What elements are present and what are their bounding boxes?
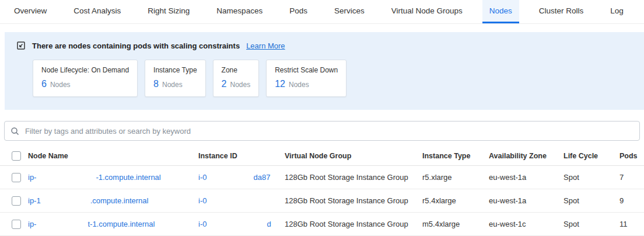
instance-id-link[interactable]: da87 — [253, 173, 270, 182]
tab-cost-analysis[interactable]: Cost Analysis — [66, 0, 128, 23]
tab-nodes[interactable]: Nodes — [482, 0, 519, 23]
table-row: ip-1.compute.internal i-0 128Gb Root Sto… — [0, 189, 644, 213]
select-all-checkbox[interactable] — [12, 151, 21, 161]
node-name-link[interactable]: ip-1 — [28, 196, 41, 205]
table-header-row: Node Name Instance ID Virtual Node Group… — [0, 146, 644, 166]
node-name-link[interactable]: -1.compute.internal — [96, 173, 160, 182]
instance-id-link[interactable]: i-0 — [198, 173, 206, 182]
column-header-virtual-node-group[interactable]: Virtual Node Group — [285, 152, 422, 160]
card-unit: Nodes — [289, 81, 309, 89]
column-header-instance-type[interactable]: Instance Type — [422, 152, 489, 160]
pods-cell: 7 — [620, 173, 644, 182]
table-row: ip-t-1.compute.internal i-0d 128Gb Root … — [0, 213, 644, 236]
card-title: Zone — [222, 66, 251, 74]
card-instance-type[interactable]: Instance Type 8 Nodes — [145, 60, 206, 97]
banner-message: There are nodes containing pods with sca… — [32, 41, 240, 50]
row-checkbox[interactable] — [12, 220, 21, 229]
row-checkbox[interactable] — [12, 173, 21, 182]
card-count: 2 — [222, 79, 227, 89]
column-header-availability-zone[interactable]: Availability Zone — [489, 152, 564, 160]
card-zone[interactable]: Zone 2 Nodes — [213, 60, 260, 97]
filter-bar[interactable] — [4, 121, 640, 141]
instance-id-link[interactable]: i-0 — [198, 220, 206, 228]
search-icon — [10, 127, 19, 136]
redacted-text — [36, 226, 88, 227]
column-header-life-cycle[interactable]: Life Cycle — [564, 152, 620, 160]
life-cycle-cell: Spot — [564, 220, 620, 228]
column-header-pods[interactable]: Pods — [620, 152, 644, 160]
card-title: Instance Type — [153, 66, 197, 74]
column-header-node-name[interactable]: Node Name — [28, 152, 198, 160]
card-unit: Nodes — [230, 81, 250, 89]
card-title: Restrict Scale Down — [275, 66, 338, 74]
pods-cell: 11 — [620, 220, 644, 228]
pods-cell: 9 — [620, 196, 644, 205]
tab-namespaces[interactable]: Namespaces — [209, 0, 270, 23]
tab-overview[interactable]: Overview — [7, 0, 54, 23]
card-unit: Nodes — [162, 81, 183, 89]
virtual-node-group-cell: 128Gb Root Storage Instance Group — [285, 173, 422, 182]
node-name-link[interactable]: ip- — [28, 173, 36, 182]
card-count: 8 — [153, 79, 159, 89]
card-restrict-scale-down[interactable]: Restrict Scale Down 12 Nodes — [266, 60, 346, 97]
virtual-node-group-cell: 128Gb Root Storage Instance Group — [285, 196, 422, 205]
availability-zone-cell: eu-west-1a — [489, 196, 564, 205]
learn-more-link[interactable]: Learn More — [246, 41, 285, 50]
virtual-node-group-cell: 128Gb Root Storage Instance Group — [285, 220, 422, 228]
redacted-text — [206, 226, 267, 227]
row-checkbox[interactable] — [12, 196, 21, 206]
node-name-link[interactable]: .compute.internal — [90, 196, 149, 205]
tab-cluster-rolls[interactable]: Cluster Rolls — [532, 0, 591, 23]
card-unit: Nodes — [50, 81, 71, 89]
card-count: 6 — [41, 79, 47, 89]
node-name-link[interactable]: ip- — [28, 220, 36, 228]
column-header-instance-id[interactable]: Instance ID — [198, 152, 285, 160]
tab-virtual-node-groups[interactable]: Virtual Node Groups — [384, 0, 470, 23]
card-title: Node Lifecycle: On Demand — [41, 66, 129, 74]
tab-pods[interactable]: Pods — [282, 0, 314, 23]
node-name-link[interactable]: t-1.compute.internal — [88, 220, 155, 228]
availability-zone-cell: eu-west-1a — [489, 173, 564, 182]
tab-services[interactable]: Services — [327, 0, 372, 23]
instance-type-cell: r5.4xlarge — [422, 196, 489, 205]
redacted-text — [36, 179, 96, 180]
constraint-cards: Node Lifecycle: On Demand 6 Nodes Instan… — [33, 60, 632, 97]
scaling-constraints-banner: There are nodes containing pods with sca… — [5, 32, 644, 110]
life-cycle-cell: Spot — [564, 196, 620, 205]
instance-id-link[interactable]: d — [267, 220, 271, 228]
tab-log[interactable]: Log — [603, 0, 631, 23]
instance-type-cell: m5.4xlarge — [422, 220, 489, 228]
nodes-table: Node Name Instance ID Virtual Node Group… — [0, 146, 644, 236]
card-count: 12 — [275, 79, 285, 89]
availability-zone-cell: eu-west-1c — [489, 220, 564, 228]
instance-type-cell: r5.xlarge — [422, 173, 489, 182]
life-cycle-cell: Spot — [564, 173, 620, 182]
card-node-lifecycle[interactable]: Node Lifecycle: On Demand 6 Nodes — [33, 60, 138, 97]
tab-right-sizing[interactable]: Right Sizing — [141, 0, 197, 23]
redacted-text — [41, 203, 90, 203]
tab-bar: Overview Cost Analysis Right Sizing Name… — [0, 0, 644, 24]
instance-id-link[interactable]: i-0 — [198, 196, 206, 205]
scaling-constraint-icon — [16, 41, 26, 50]
redacted-text — [206, 179, 253, 180]
filter-input[interactable] — [24, 126, 634, 136]
table-row: ip--1.compute.internal i-0da87 128Gb Roo… — [0, 166, 644, 189]
